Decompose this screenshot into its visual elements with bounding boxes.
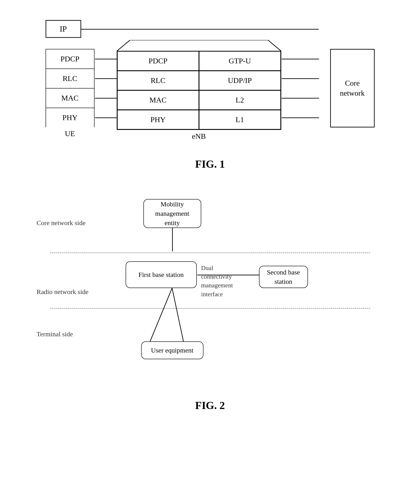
enb-container: PDCP GTP-U RLC UDP/IP MAC L2 PHY L1 eNB xyxy=(117,40,281,141)
ip-line xyxy=(81,29,319,30)
mme-label: Mobilitymanagemententity xyxy=(155,199,189,228)
dashed-line-1 xyxy=(50,252,370,253)
enb-l2: L2 xyxy=(199,90,281,110)
core-network-label: Corenetwork xyxy=(340,78,365,98)
enb-gtpu: GTP-U xyxy=(199,51,281,71)
user-equipment-label: User equipment xyxy=(151,346,193,355)
svg-line-2 xyxy=(172,288,183,342)
second-base-station-label: Second basestation xyxy=(267,268,300,286)
fig2-caption: FIG. 2 xyxy=(32,399,388,411)
fig1-container: IP PDCP RLC MAC PHY UE xyxy=(32,13,388,184)
first-base-station-label: First base station xyxy=(138,270,184,279)
ip-box: IP xyxy=(46,20,81,38)
ip-label: IP xyxy=(59,24,67,34)
ue-label: UE xyxy=(46,129,95,138)
first-base-station-box: First base station xyxy=(126,261,197,288)
enb-label: eNB xyxy=(117,132,281,141)
ue-pdcp: PDCP xyxy=(46,49,95,68)
enb-trapezoid xyxy=(117,40,281,51)
fig2-container: Core network side Mobilitymanagemententi… xyxy=(32,192,388,425)
ue-stack: PDCP RLC MAC PHY UE xyxy=(46,49,95,138)
svg-line-1 xyxy=(150,288,172,342)
enb-udpip: UDP/IP xyxy=(199,71,281,90)
terminal-side-label: Terminal side xyxy=(37,330,73,338)
enb-core-rlc xyxy=(282,78,319,79)
mme-box: Mobilitymanagemententity xyxy=(143,199,201,228)
conn-rlc xyxy=(95,78,117,79)
enb-rlc: RLC xyxy=(117,71,199,90)
second-base-station-box: Second basestation xyxy=(259,266,308,288)
enb-core-phy xyxy=(282,117,319,118)
core-network-box: Corenetwork xyxy=(330,49,375,127)
conn-mac xyxy=(95,98,117,99)
enb-core-pdcp xyxy=(282,59,319,59)
ue-phy: PHY xyxy=(46,108,95,127)
ue-rlc: RLC xyxy=(46,68,95,88)
conn-pdcp xyxy=(95,59,117,59)
fbs-to-sbs-line xyxy=(197,275,259,275)
enb-phy: PHY xyxy=(117,110,199,129)
svg-marker-0 xyxy=(117,40,281,51)
fig1-caption: FIG. 1 xyxy=(32,158,388,170)
ue-mac: MAC xyxy=(46,88,95,108)
user-equipment-box: User equipment xyxy=(141,342,203,359)
enb-core-mac xyxy=(282,98,319,99)
mme-to-fbs-line xyxy=(172,228,173,251)
radio-network-side-label: Radio network side xyxy=(37,288,89,296)
fig2-diagram: Core network side Mobilitymanagemententi… xyxy=(32,192,388,393)
fig1-diagram: IP PDCP RLC MAC PHY UE xyxy=(32,13,388,151)
enb-l1: L1 xyxy=(199,110,281,129)
enb-mac: MAC xyxy=(117,90,199,110)
dashed-line-2 xyxy=(50,308,370,309)
enb-grid: PDCP GTP-U RLC UDP/IP MAC L2 PHY L1 xyxy=(117,51,281,130)
fbs-ue-lines xyxy=(121,288,210,342)
core-network-side-label: Core network side xyxy=(37,219,86,227)
enb-pdcp: PDCP xyxy=(117,51,199,71)
conn-phy xyxy=(95,117,117,118)
